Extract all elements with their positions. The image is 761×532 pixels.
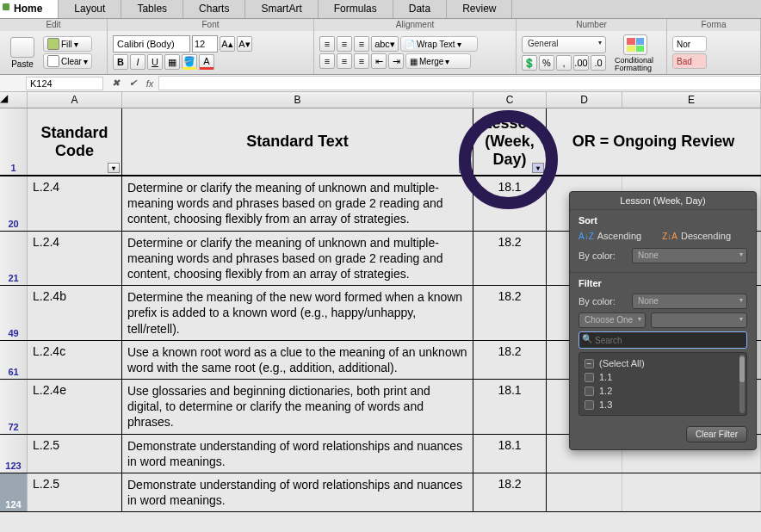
row-header[interactable]: 20 — [0, 176, 28, 231]
cell-code[interactable]: L.2.4b — [28, 286, 122, 340]
row-header[interactable]: 21 — [0, 232, 28, 286]
cell-code[interactable]: L.2.4e — [28, 380, 122, 434]
indent-dec-button[interactable]: ⇤ — [371, 53, 387, 69]
cell-text[interactable]: Determine or clarify the meaning of unkn… — [122, 232, 473, 286]
tab-formulas[interactable]: Formulas — [319, 0, 393, 18]
filter-dropdown-icon[interactable]: ▾ — [459, 163, 471, 173]
cell-code[interactable]: L.2.5 — [28, 435, 122, 473]
align-right-button[interactable]: ≡ — [354, 53, 369, 69]
align-top-button[interactable]: ≡ — [319, 36, 335, 52]
sort-desc-button[interactable]: Z↓ADescending — [662, 231, 731, 241]
align-left-button[interactable]: ≡ — [319, 53, 335, 69]
currency-button[interactable]: 💲 — [522, 55, 537, 71]
name-box[interactable] — [26, 77, 103, 90]
header-ongoing[interactable]: OR = Ongoing Review — [547, 108, 761, 175]
tab-charts[interactable]: Charts — [183, 0, 245, 18]
cell-lesson[interactable]: 18.2 — [473, 341, 547, 379]
wrap-text-button[interactable]: 📄 Wrap Text ▾ — [400, 36, 478, 52]
filter-mode-combo[interactable]: Choose One — [578, 312, 646, 328]
col-header-D[interactable]: D — [547, 92, 622, 108]
row-header[interactable]: 1 — [0, 108, 28, 175]
clear-button[interactable]: Clear ▾ — [43, 53, 92, 69]
row-header[interactable]: 72 — [0, 380, 28, 434]
filter-item[interactable]: 1.1 — [583, 370, 743, 384]
cell-lesson[interactable]: 18.2 — [473, 232, 547, 286]
shrink-font-button[interactable]: A▾ — [237, 36, 252, 52]
cell-lesson[interactable]: 18.1 — [473, 176, 547, 231]
tab-review[interactable]: Review — [447, 0, 512, 18]
fill-button[interactable]: Fill ▾ — [43, 36, 92, 52]
orientation-button[interactable]: abc▾ — [371, 36, 399, 52]
filter-item[interactable]: 1.2 — [583, 384, 743, 398]
cell-code[interactable]: L.2.4c — [28, 341, 122, 379]
cell-lesson[interactable]: 18.1 — [473, 380, 547, 434]
filter-search-input[interactable] — [578, 331, 747, 349]
row-header[interactable]: 123 — [0, 435, 28, 473]
fill-color-button[interactable]: 🪣 — [182, 54, 197, 70]
filter-item-selectall[interactable]: (Select All) — [583, 356, 743, 370]
clear-filter-button[interactable]: Clear Filter — [686, 426, 747, 442]
cell-code[interactable]: L.2.4 — [28, 176, 122, 231]
dec-dec-button[interactable]: .0 — [591, 55, 606, 71]
cell-text[interactable]: Use glossaries and beginning dictionarie… — [122, 380, 473, 434]
tab-smartart[interactable]: SmartArt — [245, 0, 318, 18]
cell-lesson[interactable]: 18.1 — [473, 435, 547, 473]
bold-button[interactable]: B — [113, 54, 128, 70]
enter-formula-icon[interactable]: ✔ — [124, 77, 141, 89]
tab-home[interactable]: Home — [0, 0, 59, 18]
cancel-formula-icon[interactable]: ✖ — [107, 77, 124, 89]
align-center-button[interactable]: ≡ — [337, 53, 352, 69]
cell-text[interactable]: Use a known root word as a clue to the m… — [122, 341, 473, 379]
select-all-corner[interactable]: ◢ — [0, 92, 28, 108]
row-header[interactable]: 124 — [0, 473, 28, 511]
cell-text[interactable]: Demonstrate understanding of word relati… — [122, 435, 473, 473]
col-header-A[interactable]: A — [28, 92, 122, 108]
row-header[interactable]: 61 — [0, 341, 28, 379]
grow-font-button[interactable]: A▴ — [220, 36, 235, 52]
comma-button[interactable]: , — [556, 55, 572, 71]
filter-dropdown-icon[interactable]: ▾ — [108, 163, 120, 173]
cell-text[interactable]: Determine or clarify the meaning of unkn… — [122, 176, 473, 231]
cell-text[interactable]: Determine the meaning of the new word fo… — [122, 286, 473, 340]
sort-asc-button[interactable]: A↓ZAscending — [578, 231, 641, 241]
cell-code[interactable]: L.2.5 — [28, 473, 122, 511]
tab-tables[interactable]: Tables — [121, 0, 183, 18]
col-header-B[interactable]: B — [122, 92, 473, 108]
col-header-C[interactable]: C — [473, 92, 547, 108]
header-lesson[interactable]: Lesson (Week, Day)▾ — [473, 108, 547, 175]
tab-data[interactable]: Data — [393, 0, 447, 18]
style-normal[interactable]: Nor — [672, 36, 707, 52]
sort-bycolor-combo[interactable]: None — [632, 248, 747, 263]
filter-value-combo[interactable] — [651, 312, 747, 328]
scrollbar-thumb[interactable] — [739, 356, 745, 382]
formula-input[interactable] — [158, 76, 761, 90]
dec-inc-button[interactable]: .00 — [573, 55, 589, 71]
header-standard-code[interactable]: Standard Code▾ — [28, 108, 122, 175]
checklist-scrollbar[interactable] — [739, 355, 745, 413]
cell-empty[interactable] — [547, 473, 622, 511]
cell-lesson[interactable]: 18.2 — [473, 286, 547, 340]
cell-text[interactable]: Demonstrate understanding of word relati… — [122, 473, 473, 511]
paste-button[interactable]: Paste — [5, 35, 40, 71]
align-mid-button[interactable]: ≡ — [337, 36, 352, 52]
header-standard-text[interactable]: Standard Text▾ — [122, 108, 473, 175]
cell-code[interactable]: L.2.4 — [28, 232, 122, 286]
col-header-E[interactable]: E — [622, 92, 761, 108]
indent-inc-button[interactable]: ⇥ — [388, 53, 404, 69]
font-size-combo[interactable] — [192, 35, 218, 53]
filter-active-icon[interactable]: ▾ — [532, 163, 544, 173]
filter-bycolor-combo[interactable]: None — [632, 294, 747, 309]
conditional-formatting-button[interactable]: Conditional Formatting — [609, 33, 661, 74]
align-bot-button[interactable]: ≡ — [354, 36, 369, 52]
italic-button[interactable]: I — [130, 54, 145, 70]
underline-button[interactable]: U — [147, 54, 163, 70]
number-format-combo[interactable]: General — [522, 36, 606, 53]
merge-button[interactable]: ▦ Merge ▾ — [405, 53, 471, 69]
cell-empty[interactable] — [622, 473, 761, 511]
filter-item[interactable]: 1.3 — [583, 398, 743, 411]
tab-layout[interactable]: Layout — [59, 0, 121, 18]
font-name-combo[interactable] — [113, 35, 190, 53]
row-header[interactable]: 49 — [0, 286, 28, 340]
fx-icon[interactable]: fx — [141, 78, 158, 89]
border-button[interactable]: ▦ — [164, 54, 180, 70]
